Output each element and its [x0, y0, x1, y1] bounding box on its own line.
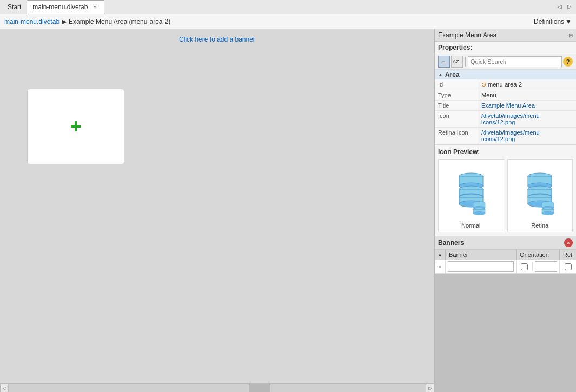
banner-checkbox-cell [517, 262, 533, 271]
prop-value: /divetab/images/menu icons/12.png [478, 111, 576, 127]
editor-area: Click here to add a banner + ◁ ▷ [0, 29, 434, 392]
retina-col-header: Ret [560, 250, 576, 260]
retina-checkbox-cell [560, 263, 576, 270]
tab-next-btn[interactable]: ▷ [565, 3, 574, 11]
help-icon[interactable]: ? [563, 57, 573, 67]
panel-header: Example Menu Area ⊞ [435, 29, 576, 42]
database-icon-normal-2 [471, 192, 487, 219]
banners-header: Banners × [435, 236, 576, 250]
svg-point-29 [542, 212, 554, 215]
prop-value: Menu [478, 90, 576, 100]
banner-input[interactable] [448, 261, 514, 272]
scroll-left-btn[interactable]: ◁ [0, 384, 9, 393]
tab-active-label: main-menu.divetab [32, 3, 88, 11]
database-icon-retina-2 [540, 192, 556, 219]
icon-retina-label: Retina [531, 222, 548, 229]
definitions-label: Definitions [534, 18, 564, 25]
banner-col-header: Banner [446, 250, 517, 260]
tab-start[interactable]: Start [2, 1, 27, 14]
table-row: Retina Icon/divetab/images/menu icons/12… [435, 128, 576, 144]
banners-title: Banners [438, 239, 464, 247]
prop-value: ⊙ menu-area-2 [478, 79, 576, 90]
section-label: Area [445, 71, 460, 78]
banners-table-header: ▲ Banner Orientation Ret [435, 250, 576, 260]
prop-value: Example Menu Area [478, 101, 576, 110]
breadcrumb-bar: main-menu.divetab ▶ Example Menu Area (m… [0, 14, 576, 29]
properties-container: Id⊙ menu-area-2TypeMenuTitleExample Menu… [435, 79, 576, 144]
retina-checkbox[interactable] [565, 263, 572, 270]
definitions-arrow-icon: ▼ [565, 18, 572, 25]
sort-az-btn[interactable]: AZ↓ [451, 56, 463, 68]
icon-normal-label: Normal [461, 222, 480, 229]
scroll-right-btn[interactable]: ▷ [426, 384, 434, 393]
help-icon-label: ? [566, 58, 570, 65]
prop-key: Title [435, 101, 478, 110]
definitions-button[interactable]: Definitions ▼ [534, 18, 572, 25]
banners-section: Banners × ▲ Banner Orientation Ret • [435, 236, 576, 392]
icon-preview-label: Icon Preview: [438, 148, 573, 156]
icon-preview-area: Normal [438, 159, 573, 232]
add-item-card[interactable]: + [27, 89, 124, 164]
section-collapse-icon: ▲ [438, 72, 443, 77]
main-layout: Click here to add a banner + ◁ ▷ Example… [0, 29, 576, 392]
svg-point-14 [473, 212, 485, 215]
orientation-col-header: Orientation [517, 250, 560, 260]
prop-value: /divetab/images/menu icons/12.png [478, 128, 576, 144]
horizontal-scrollbar[interactable]: ◁ ▷ [0, 383, 434, 392]
quick-search-input[interactable] [468, 56, 562, 67]
icon-normal-box: Normal [438, 159, 504, 232]
scroll-track[interactable] [9, 384, 426, 393]
banners-close-btn[interactable]: × [564, 238, 573, 247]
prop-key: Icon [435, 111, 478, 127]
table-row: TypeMenu [435, 90, 576, 101]
panel-pin-icon[interactable]: ⊞ [568, 32, 573, 38]
banner-row: • [435, 260, 576, 274]
sort-icon: AZ↓ [453, 59, 461, 64]
icon-preview-section: Icon Preview: [435, 144, 576, 236]
breadcrumb-separator: ▶ [62, 18, 67, 25]
table-row: Icon/divetab/images/menu icons/12.png [435, 111, 576, 128]
tab-close-btn[interactable]: × [91, 3, 98, 11]
banner-hint[interactable]: Click here to add a banner [0, 29, 434, 50]
row-bullet: • [435, 260, 446, 273]
list-icon: ≡ [442, 59, 446, 65]
area-section-header[interactable]: ▲ Area [435, 70, 576, 79]
table-row: TitleExample Menu Area [435, 101, 576, 111]
properties-toolbar: ≡ AZ↓ ? [435, 54, 576, 70]
orientation-input-cell [533, 260, 560, 273]
banner-checkbox[interactable] [521, 263, 528, 270]
tab-bar: Start main-menu.divetab × ◁ ▷ [0, 0, 576, 14]
orientation-input[interactable] [535, 261, 557, 272]
sort-col-header[interactable]: ▲ [435, 250, 446, 260]
icon-retina-box: Retina [507, 159, 573, 232]
banner-hint-click: Click here to add a banner [179, 36, 255, 43]
properties-label: Properties: [435, 42, 576, 54]
prop-key: Type [435, 90, 478, 100]
breadcrumb-current: Example Menu Area (menu-area-2) [69, 18, 170, 25]
tab-active[interactable]: main-menu.divetab × [27, 0, 104, 14]
prop-key: Id [435, 79, 478, 90]
table-row: Id⊙ menu-area-2 [435, 79, 576, 90]
prop-key: Retina Icon [435, 128, 478, 144]
toolbar-separator [465, 57, 466, 67]
banners-body [435, 274, 576, 392]
view-list-btn[interactable]: ≡ [438, 56, 450, 68]
tab-prev-btn[interactable]: ◁ [555, 3, 564, 11]
breadcrumb: main-menu.divetab ▶ Example Menu Area (m… [4, 18, 170, 25]
scroll-thumb[interactable] [249, 384, 270, 393]
add-item-icon: + [70, 117, 81, 136]
breadcrumb-root[interactable]: main-menu.divetab [4, 18, 59, 25]
panel-title: Example Menu Area [438, 31, 496, 39]
tab-navigation: ◁ ▷ [555, 3, 574, 11]
banner-input-cell [446, 260, 517, 273]
right-panel: Example Menu Area ⊞ Properties: ≡ AZ↓ ? … [434, 29, 576, 392]
